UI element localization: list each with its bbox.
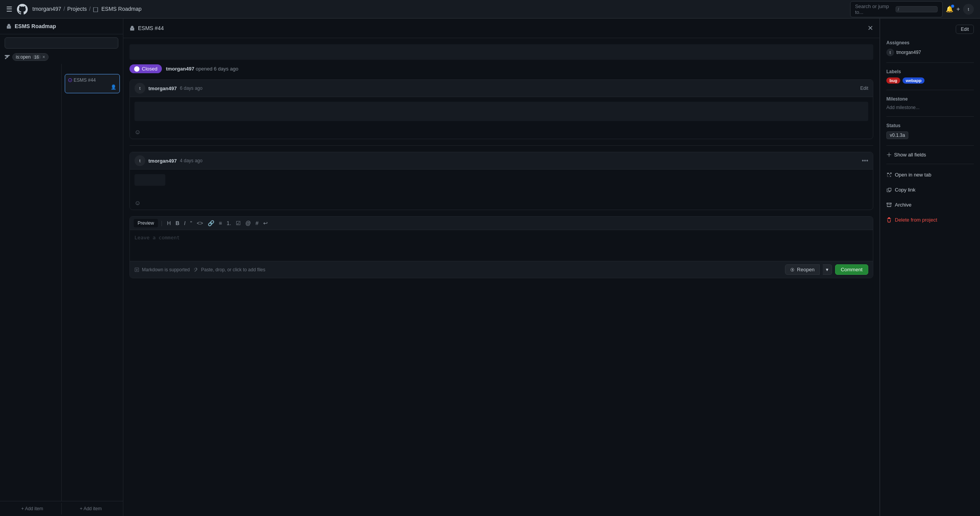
delete-from-project-label: Delete from project xyxy=(895,217,937,223)
editor-code-btn[interactable]: <> xyxy=(195,219,204,227)
card-redacted-1 xyxy=(3,74,58,101)
breadcrumb-projects[interactable]: Projects xyxy=(67,6,87,12)
sidebar-search-input[interactable] xyxy=(5,37,118,49)
filter-tag[interactable]: is:open 16 × xyxy=(12,53,49,61)
issue-panel: ESMS #44 ✕ Closed tmorgan497 opened 6 da… xyxy=(123,18,880,516)
editor-task-list-btn[interactable]: ☑ xyxy=(234,219,242,227)
status-badge-text: Closed xyxy=(142,66,157,72)
add-item-label-1: + Add item xyxy=(21,506,43,511)
lock-icon xyxy=(6,24,12,29)
editor-quote-btn[interactable]: " xyxy=(188,219,193,227)
plus-button[interactable]: + xyxy=(956,6,960,13)
notifications-button[interactable]: 🔔 xyxy=(946,5,953,13)
right-sidebar-edit-btn[interactable]: Edit xyxy=(956,25,974,34)
reopen-icon xyxy=(790,267,795,272)
copy-link-label: Copy link xyxy=(895,187,915,193)
editor-ordered-list-btn[interactable]: 1. xyxy=(225,219,233,227)
card-bottom: 👤 xyxy=(68,84,116,90)
archive-action[interactable]: Archive xyxy=(886,200,974,209)
status-section: Status v0.1.3a xyxy=(886,123,974,139)
editor-reference-btn[interactable]: # xyxy=(254,219,260,227)
status-tag: v0.1.3a xyxy=(886,131,908,139)
issue-panel-close-button[interactable]: ✕ xyxy=(867,24,873,32)
comment-1-body xyxy=(130,97,873,126)
delete-icon xyxy=(886,217,892,223)
sidebar-filter: is:open 16 × xyxy=(0,52,123,64)
editor-link-btn[interactable]: 🔗 xyxy=(206,219,216,227)
add-item-col2[interactable]: + Add item xyxy=(61,503,120,514)
milestone-placeholder: Add milestone... xyxy=(886,105,919,110)
editor-footer-left: Markdown is supported Paste, drop, or cl… xyxy=(134,267,266,272)
issue-body: Closed tmorgan497 opened 6 days ago t tm… xyxy=(123,38,879,516)
editor-footer: Markdown is supported Paste, drop, or cl… xyxy=(130,261,873,278)
topnav-left: ☰ tmorgan497 / Projects / ESMS Roadmap xyxy=(6,3,846,15)
markdown-label: Markdown is supported xyxy=(134,267,190,272)
status-badge-closed: Closed xyxy=(129,64,162,73)
card-redacted-5 xyxy=(3,186,58,209)
comment-2-header: t tmorgan497 4 days ago ••• xyxy=(130,152,873,170)
editor-placeholder: Leave a comment xyxy=(134,235,180,240)
open-new-tab-action[interactable]: Open in new tab xyxy=(886,170,974,179)
right-sidebar-header: Edit xyxy=(886,25,974,34)
search-bar[interactable]: Search or jump to... / xyxy=(850,1,943,17)
comment-textarea[interactable]: Leave a comment xyxy=(130,230,873,261)
comment-2-body xyxy=(130,170,873,197)
rs-divider-4 xyxy=(886,145,974,146)
attach-files-label[interactable]: Paste, drop, or click to add files xyxy=(193,267,265,272)
comment-editor: Preview | H B I " <> 🔗 ≡ 1. ☑ @ # ↩ Leav… xyxy=(129,216,873,278)
comment-1-time: 6 days ago xyxy=(180,86,203,91)
filter-close-button[interactable]: × xyxy=(42,54,45,60)
editor-sep: | xyxy=(161,220,163,226)
breadcrumb: tmorgan497 / Projects / ESMS Roadmap xyxy=(32,6,141,12)
comment-2: t tmorgan497 4 days ago ••• ☺ xyxy=(129,152,873,210)
editor-bold-btn[interactable]: B xyxy=(174,219,181,227)
copy-link-action[interactable]: Copy link xyxy=(886,185,974,194)
column-1 xyxy=(0,64,61,501)
user-avatar[interactable]: t xyxy=(963,4,974,15)
comment-2-author: tmorgan497 xyxy=(148,158,177,164)
editor-mention-btn[interactable]: @ xyxy=(244,219,252,227)
hamburger-icon[interactable]: ☰ xyxy=(6,5,12,13)
editor-tab-preview[interactable]: Preview xyxy=(134,219,158,227)
editor-undo-btn[interactable]: ↩ xyxy=(262,219,269,227)
rs-divider-2 xyxy=(886,90,974,90)
labels-value: bug webapp xyxy=(886,77,974,84)
comment-2-content-redacted xyxy=(134,174,165,186)
card-title: ESMS #44 xyxy=(68,77,116,83)
comment-2-more-btn[interactable]: ••• xyxy=(862,157,868,164)
comment-1: t tmorgan497 6 days ago Edit ☺ xyxy=(129,79,873,139)
search-kbd: / xyxy=(896,6,938,12)
comments-divider xyxy=(129,145,873,146)
reopen-dropdown-button[interactable]: ▾ xyxy=(823,264,832,275)
assignees-value: t tmorgan497 xyxy=(886,49,974,56)
editor-toolbar: Preview | H B I " <> 🔗 ≡ 1. ☑ @ # ↩ xyxy=(130,217,873,230)
issue-meta: tmorgan497 opened 6 days ago xyxy=(166,66,238,72)
external-link-icon xyxy=(886,172,892,178)
card-redacted-3 xyxy=(3,132,58,155)
breadcrumb-user[interactable]: tmorgan497 xyxy=(32,6,61,12)
breadcrumb-project-name: ESMS Roadmap xyxy=(93,6,141,12)
assignee-name: tmorgan497 xyxy=(896,50,921,55)
status-value: v0.1.3a xyxy=(886,131,974,139)
comment-2-time: 4 days ago xyxy=(180,158,203,163)
sidebar-title: ESMS Roadmap xyxy=(15,23,56,29)
comment-1-avatar: t xyxy=(134,83,145,94)
filter-icon xyxy=(5,54,10,60)
editor-italic-btn[interactable]: I xyxy=(183,219,187,227)
status-label: Status xyxy=(886,123,974,128)
topnav: ☰ tmorgan497 / Projects / ESMS Roadmap S… xyxy=(0,0,980,18)
show-all-fields-btn[interactable]: Show all fields xyxy=(886,152,974,158)
editor-heading-btn[interactable]: H xyxy=(165,219,172,227)
delete-from-project-action[interactable]: Delete from project xyxy=(886,215,974,224)
issue-status-row: Closed tmorgan497 opened 6 days ago xyxy=(129,64,873,73)
reopen-button[interactable]: Reopen xyxy=(785,264,820,275)
comment-1-edit-btn[interactable]: Edit xyxy=(860,86,868,91)
open-new-tab-label: Open in new tab xyxy=(895,172,931,178)
issue-title-redacted xyxy=(129,44,873,60)
comment-2-emoji-btn[interactable]: ☺ xyxy=(130,197,873,210)
editor-unordered-list-btn[interactable]: ≡ xyxy=(217,219,224,227)
card-esms-44[interactable]: ESMS #44 👤 xyxy=(65,74,120,93)
comment-button[interactable]: Comment xyxy=(835,264,868,275)
add-item-col1[interactable]: + Add item xyxy=(3,503,61,514)
comment-1-emoji-btn[interactable]: ☺ xyxy=(130,126,873,139)
